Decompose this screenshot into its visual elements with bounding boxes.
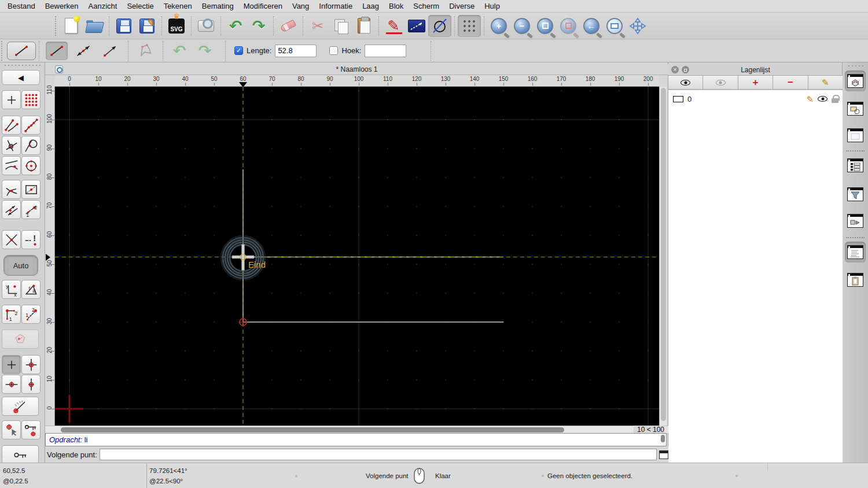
layer-edit-pencil-icon[interactable]: ✎ [806, 95, 814, 103]
menu-item-bestand[interactable]: Bestand [8, 2, 35, 10]
axis-horizontal-button[interactable] [2, 375, 21, 394]
selection-mode-button[interactable] [405, 15, 428, 37]
toolbar-drag-handle[interactable] [55, 16, 58, 36]
menu-item-hulp[interactable]: Hulp [484, 2, 500, 10]
axis-both-button[interactable] [21, 355, 41, 374]
menu-item-selectie[interactable]: Selectie [127, 2, 153, 10]
axis-vertical-button[interactable] [21, 375, 41, 394]
menu-item-modificeren[interactable]: Modificeren [244, 2, 282, 10]
copy-button[interactable] [329, 15, 352, 37]
open-file-button[interactable] [83, 15, 106, 37]
snap-vertices-button[interactable] [21, 116, 41, 135]
scrollbar-thumb[interactable] [661, 435, 665, 442]
command-history[interactable]: Opdracht: li [45, 433, 667, 446]
snap-endpoint-button[interactable] [2, 116, 21, 135]
scrollbar-thumb[interactable] [661, 88, 666, 421]
menu-item-laag[interactable]: Laag [362, 2, 379, 10]
hoek-checkbox[interactable] [329, 46, 338, 55]
snap-center-button[interactable] [21, 156, 41, 175]
snap-apparent-intersection-button[interactable] [2, 136, 21, 155]
menu-item-bewerken[interactable]: Bewerken [45, 2, 79, 10]
snap-perpendicular-button[interactable] [2, 180, 21, 199]
svg-export-button[interactable]: ♛ SVG [165, 15, 188, 37]
snap-shape-button[interactable] [2, 330, 39, 349]
panel-view-button[interactable] [845, 210, 866, 231]
drawing-canvas[interactable]: Eind [55, 87, 659, 426]
panel-shapes-button[interactable] [845, 98, 866, 119]
lock-coordinates-button[interactable] [2, 445, 39, 464]
auto-snap-button[interactable]: Auto [3, 255, 38, 276]
history-scrollbar[interactable] [660, 434, 665, 445]
protractor-button[interactable] [2, 397, 39, 416]
menu-item-diverse[interactable]: Diverse [449, 2, 475, 10]
undo-point-button[interactable]: ↶ [168, 42, 190, 60]
panel-drag-handle[interactable] [847, 65, 863, 67]
print-preview-button[interactable] [194, 15, 218, 37]
snap-nearest-button[interactable] [2, 156, 21, 175]
save-button[interactable] [112, 15, 135, 37]
toolbar-drag-handle[interactable] [1, 41, 5, 61]
save-as-button[interactable]: ✎ [135, 15, 159, 37]
panel-filter-button[interactable] [845, 184, 866, 205]
menu-item-aanzicht[interactable]: Aanzicht [89, 2, 117, 10]
panel-clipboard-button[interactable] [845, 269, 866, 290]
line-tool-button[interactable] [46, 42, 68, 60]
zoom-in-button[interactable]: + [487, 15, 510, 37]
snap-parallel-button[interactable] [2, 200, 21, 219]
pan-button[interactable] [626, 15, 649, 37]
grid-toggle-button[interactable] [458, 15, 481, 37]
snap-cursor-button[interactable] [2, 90, 21, 109]
panel-layers-button[interactable] [845, 71, 866, 91]
menu-item-tekenen[interactable]: Tekenen [164, 2, 192, 10]
canvas-vertical-scrollbar[interactable] [659, 87, 667, 426]
canvas-horizontal-scrollbar[interactable] [45, 426, 668, 433]
snap-grid-button[interactable] [21, 90, 41, 109]
zoom-window-button[interactable] [603, 15, 626, 37]
coord-relative-button[interactable]: 12 [2, 305, 21, 324]
menu-item-scherm[interactable]: Scherm [413, 2, 439, 10]
zoom-selection-button[interactable] [557, 15, 580, 37]
command-window-icon[interactable] [659, 450, 668, 459]
edit-layer-button[interactable]: ✎ [808, 76, 843, 89]
circle-line-mode-button[interactable] [428, 15, 451, 37]
menu-item-bemating[interactable]: Bemating [202, 2, 234, 10]
coord-absolute-button[interactable]: 12 [21, 305, 41, 324]
line-arrow-button[interactable] [99, 42, 121, 60]
document-title-bar[interactable]: * Naamloos 1 [45, 64, 668, 75]
collapse-palette-button[interactable]: ◀ [2, 70, 40, 85]
remove-layer-button[interactable]: − [773, 76, 808, 89]
menu-item-blok[interactable]: Blok [389, 2, 403, 10]
snap-extension-button[interactable]: ! [21, 230, 41, 249]
redo-point-button[interactable]: ↷ [194, 42, 216, 60]
palette-drag-handle[interactable] [3, 64, 41, 66]
show-all-layers-button[interactable] [668, 76, 703, 89]
layer-color-swatch[interactable] [673, 96, 683, 102]
snap-tangent-button[interactable] [21, 136, 41, 155]
lock-point-button[interactable] [21, 420, 41, 439]
command-input[interactable] [100, 449, 657, 460]
zoom-out-button[interactable]: − [510, 15, 534, 37]
layer-lock-toggle[interactable] [832, 95, 838, 103]
redo-button[interactable]: ↷ [247, 15, 270, 37]
snap-region-button[interactable] [21, 180, 41, 199]
zoom-previous-button[interactable]: ← [580, 15, 603, 37]
zoom-extents-button[interactable] [534, 15, 557, 37]
panel-list-button[interactable] [845, 155, 866, 176]
cursor-free-button[interactable] [2, 355, 21, 374]
lengte-input[interactable] [275, 45, 317, 57]
pick-point-button[interactable] [2, 420, 21, 439]
coord-cartesian-button[interactable]: yx [2, 280, 21, 299]
hoek-input[interactable] [365, 45, 406, 57]
lengte-checkbox[interactable]: ✓ [234, 46, 243, 55]
layer-row[interactable]: 0 ✎ [668, 93, 843, 105]
menu-item-informatie[interactable]: Informatie [319, 2, 352, 10]
panel-command-button[interactable] [845, 242, 866, 263]
snap-divide-button[interactable]: 12 [21, 200, 41, 219]
menu-item-vang[interactable]: Vang [292, 2, 309, 10]
new-file-button[interactable] [60, 15, 83, 37]
cut-button[interactable]: ✂ [306, 15, 329, 37]
scrollbar-thumb[interactable] [61, 427, 564, 432]
layer-visibility-toggle[interactable] [818, 96, 827, 102]
add-layer-button[interactable]: + [738, 76, 773, 89]
snap-intersection-button[interactable] [2, 230, 21, 249]
